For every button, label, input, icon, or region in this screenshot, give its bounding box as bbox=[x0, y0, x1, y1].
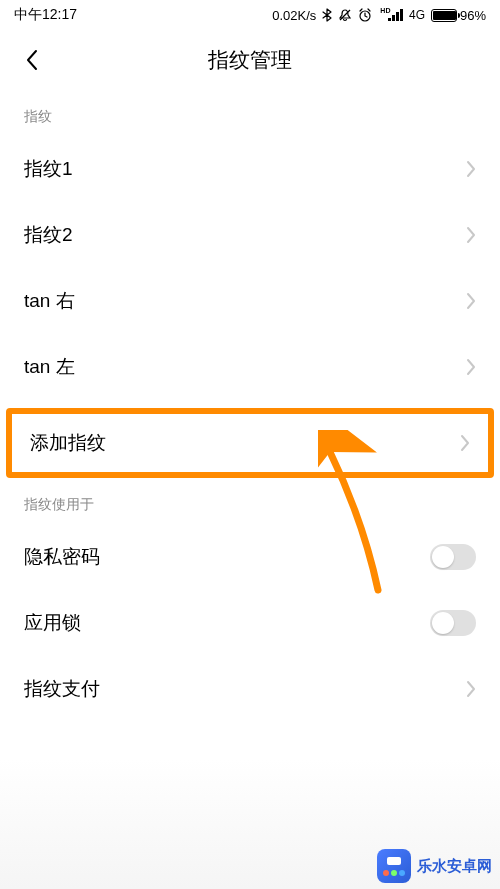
add-fingerprint-label: 添加指纹 bbox=[30, 430, 106, 456]
app-lock-toggle[interactable] bbox=[430, 610, 476, 636]
fingerprint-item[interactable]: tan 右 bbox=[0, 268, 500, 334]
app-lock-item[interactable]: 应用锁 bbox=[0, 590, 500, 656]
chevron-right-icon bbox=[466, 226, 476, 244]
signal-icon: HD bbox=[378, 9, 403, 21]
fingerprint-item[interactable]: 指纹2 bbox=[0, 202, 500, 268]
battery-icon: 96% bbox=[431, 8, 486, 23]
fingerprint-item[interactable]: tan 左 bbox=[0, 334, 500, 400]
privacy-password-item[interactable]: 隐私密码 bbox=[0, 524, 500, 590]
add-fingerprint-item[interactable]: 添加指纹 bbox=[12, 414, 488, 472]
chevron-left-icon bbox=[25, 49, 39, 71]
fingerprint-label: 指纹1 bbox=[24, 156, 73, 182]
status-bar: 中午12:17 0.02K/s HD 4G 96% bbox=[0, 0, 500, 30]
fingerprint-label: tan 右 bbox=[24, 288, 75, 314]
watermark-icon bbox=[377, 849, 411, 883]
highlight-annotation: 添加指纹 bbox=[6, 408, 494, 478]
net-speed: 0.02K/s bbox=[272, 8, 316, 23]
dnd-icon bbox=[338, 8, 352, 22]
bluetooth-icon bbox=[322, 8, 332, 22]
chevron-right-icon bbox=[460, 434, 470, 452]
chevron-right-icon bbox=[466, 680, 476, 698]
title-bar: 指纹管理 bbox=[0, 30, 500, 90]
fingerprint-label: 指纹2 bbox=[24, 222, 73, 248]
alarm-icon bbox=[358, 8, 372, 22]
watermark: 乐水安卓网 bbox=[377, 849, 492, 883]
status-time: 中午12:17 bbox=[14, 6, 77, 24]
section-header-usage: 指纹使用于 bbox=[0, 478, 500, 524]
battery-percent: 96% bbox=[460, 8, 486, 23]
back-button[interactable] bbox=[16, 44, 48, 76]
network-type: 4G bbox=[409, 8, 425, 22]
section-header-fingerprints: 指纹 bbox=[0, 90, 500, 136]
privacy-password-label: 隐私密码 bbox=[24, 544, 100, 570]
chevron-right-icon bbox=[466, 292, 476, 310]
page-title: 指纹管理 bbox=[0, 46, 500, 74]
fingerprint-label: tan 左 bbox=[24, 354, 75, 380]
watermark-text: 乐水安卓网 bbox=[417, 857, 492, 876]
fingerprint-pay-item[interactable]: 指纹支付 bbox=[0, 656, 500, 722]
status-indicators: 0.02K/s HD 4G 96% bbox=[272, 8, 486, 23]
app-lock-label: 应用锁 bbox=[24, 610, 81, 636]
chevron-right-icon bbox=[466, 160, 476, 178]
chevron-right-icon bbox=[466, 358, 476, 376]
fingerprint-item[interactable]: 指纹1 bbox=[0, 136, 500, 202]
privacy-password-toggle[interactable] bbox=[430, 544, 476, 570]
fingerprint-pay-label: 指纹支付 bbox=[24, 676, 100, 702]
